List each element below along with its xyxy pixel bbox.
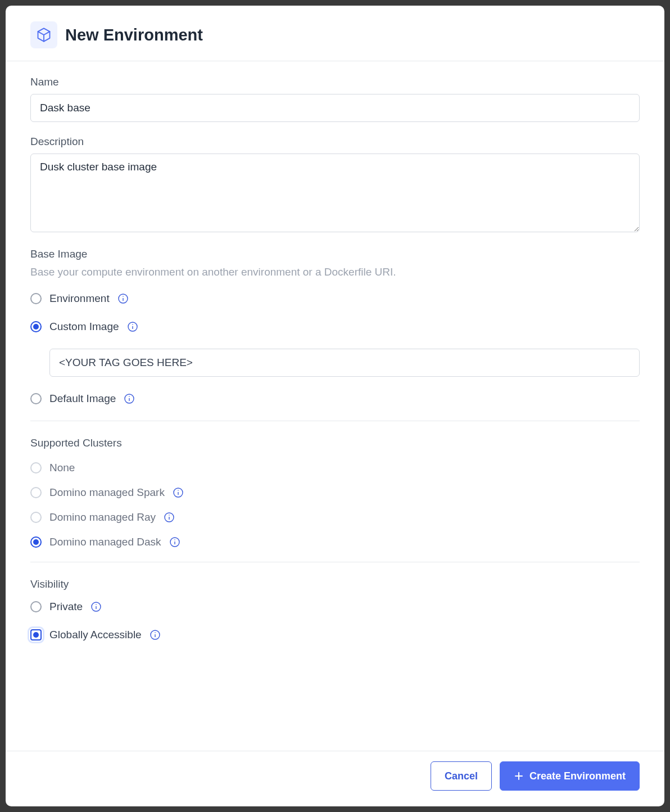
svg-point-20 <box>96 604 97 605</box>
radio-label: Environment <box>49 292 110 305</box>
svg-point-2 <box>123 296 124 297</box>
custom-image-tag-wrapper <box>49 349 640 377</box>
info-icon[interactable] <box>117 293 129 304</box>
info-icon[interactable] <box>90 601 102 612</box>
radio-label: Domino managed Dask <box>49 536 161 548</box>
svg-point-14 <box>169 515 170 516</box>
field-visibility: Visibility Private Globally Accessible <box>30 578 640 641</box>
supported-clusters-label: Supported Clusters <box>30 437 640 449</box>
environment-cube-icon <box>30 21 57 48</box>
base-image-option-custom-image[interactable]: Custom Image <box>30 321 640 333</box>
svg-point-11 <box>178 490 179 491</box>
cancel-button-label: Cancel <box>445 770 478 782</box>
base-image-option-default-image[interactable]: Default Image <box>30 393 640 405</box>
radio-label: Default Image <box>49 393 116 405</box>
cluster-option-ray[interactable]: Domino managed Ray <box>30 511 640 524</box>
radio-icon <box>30 321 42 332</box>
radio-icon <box>30 487 42 498</box>
info-icon[interactable] <box>127 321 138 332</box>
field-supported-clusters: Supported Clusters None Domino managed S… <box>30 437 640 548</box>
radio-icon <box>30 393 42 404</box>
create-environment-button-label: Create Environment <box>529 770 626 782</box>
plus-icon <box>514 771 524 781</box>
base-image-help: Base your compute environment on another… <box>30 265 640 280</box>
info-icon[interactable] <box>150 629 161 640</box>
radio-label: None <box>49 462 75 474</box>
svg-point-8 <box>129 396 130 397</box>
radio-label: Domino managed Ray <box>49 511 156 524</box>
cluster-option-dask[interactable]: Domino managed Dask <box>30 536 640 548</box>
svg-point-23 <box>155 632 156 633</box>
description-input[interactable]: Dusk cluster base image <box>30 154 640 232</box>
radio-icon <box>30 462 42 473</box>
modal-header: New Environment <box>6 6 664 61</box>
radio-icon <box>30 536 42 548</box>
create-environment-button[interactable]: Create Environment <box>500 761 640 791</box>
divider <box>30 562 640 562</box>
base-image-option-environment[interactable]: Environment <box>30 292 640 305</box>
field-description: Description Dusk cluster base image <box>30 136 640 234</box>
radio-label: Domino managed Spark <box>49 486 165 499</box>
cluster-option-none[interactable]: None <box>30 462 640 474</box>
cluster-option-spark[interactable]: Domino managed Spark <box>30 486 640 499</box>
name-label: Name <box>30 76 640 88</box>
radio-icon <box>30 512 42 523</box>
info-icon[interactable] <box>169 536 180 548</box>
radio-icon <box>30 601 42 612</box>
cancel-button[interactable]: Cancel <box>431 761 492 791</box>
info-icon[interactable] <box>173 487 184 498</box>
modal-body: Name Description Dusk cluster base image… <box>6 61 664 751</box>
info-icon[interactable] <box>124 393 135 404</box>
visibility-label: Visibility <box>30 578 640 590</box>
name-input[interactable] <box>30 94 640 122</box>
radio-icon <box>30 629 42 640</box>
field-base-image: Base Image Base your compute environment… <box>30 248 640 405</box>
new-environment-modal: New Environment Name Description Dusk cl… <box>6 6 664 806</box>
svg-point-5 <box>132 324 133 325</box>
radio-icon <box>30 293 42 304</box>
radio-label: Globally Accessible <box>49 629 142 641</box>
custom-image-tag-input[interactable] <box>49 349 640 377</box>
description-label: Description <box>30 136 640 148</box>
visibility-option-global[interactable]: Globally Accessible <box>30 629 640 641</box>
modal-title: New Environment <box>65 26 203 44</box>
modal-footer: Cancel Create Environment <box>6 751 664 806</box>
radio-label: Custom Image <box>49 321 119 333</box>
base-image-label: Base Image <box>30 248 640 260</box>
visibility-option-private[interactable]: Private <box>30 601 640 613</box>
divider <box>30 421 640 421</box>
radio-label: Private <box>49 601 83 613</box>
info-icon[interactable] <box>164 512 175 523</box>
field-name: Name <box>30 76 640 122</box>
svg-point-17 <box>174 539 175 540</box>
